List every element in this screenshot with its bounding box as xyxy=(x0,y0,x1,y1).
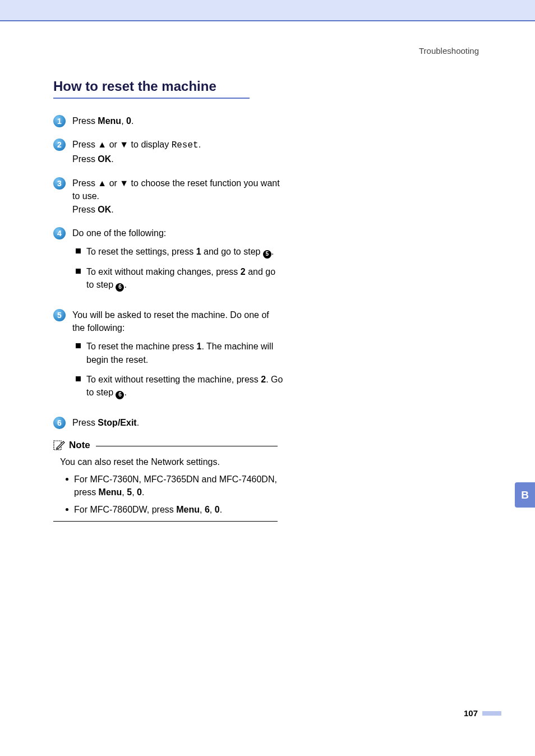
list-item: To reset the machine press 1. The machin… xyxy=(76,340,283,366)
text: , xyxy=(122,487,127,497)
text: . xyxy=(271,247,274,256)
up-arrow-icon: ▲ xyxy=(98,178,107,188)
text: , xyxy=(132,487,137,497)
text: . xyxy=(199,140,201,149)
main-content: How to reset the machine 1 Press Menu, 0… xyxy=(53,79,283,522)
divider xyxy=(53,521,278,522)
text: Press xyxy=(72,154,98,164)
text: . xyxy=(137,418,139,427)
step-ref-icon: 6 xyxy=(116,283,124,292)
text: . xyxy=(111,205,113,214)
key-stop-exit: Stop/Exit xyxy=(98,418,136,427)
text: . xyxy=(124,280,126,289)
key-1: 1 xyxy=(196,247,201,256)
note-label: Note xyxy=(69,440,90,451)
note-block: Note You can also reset the Network sett… xyxy=(53,440,278,522)
step-number-badge: 1 xyxy=(53,115,66,127)
text: To reset the machine press xyxy=(86,342,197,351)
text: Press xyxy=(72,116,98,126)
square-bullet-icon xyxy=(76,269,81,274)
text: , xyxy=(210,505,215,514)
step-4: 4 Do one of the following: To reset the … xyxy=(53,227,283,298)
key-0: 0 xyxy=(215,505,220,514)
page-number: 107 xyxy=(464,708,478,718)
section-header: Troubleshooting xyxy=(419,46,479,56)
down-arrow-icon: ▼ xyxy=(119,178,128,188)
step-ref-icon: 6 xyxy=(116,391,124,399)
text: . xyxy=(131,116,133,126)
text: and go to step xyxy=(201,247,263,256)
list-item: To exit without making changes, press 2 … xyxy=(76,265,283,292)
display-text: Reset xyxy=(172,140,199,150)
top-accent-band xyxy=(0,0,535,21)
key-menu: Menu xyxy=(98,116,121,126)
text: . xyxy=(111,154,113,164)
key-5: 5 xyxy=(127,487,132,497)
text: Press xyxy=(72,178,98,188)
text: Press xyxy=(72,205,98,214)
down-arrow-icon: ▼ xyxy=(119,140,128,149)
list-item: To reset the settings, press 1 and go to… xyxy=(76,245,283,259)
step-number-badge: 4 xyxy=(53,227,66,239)
page-title: How to reset the machine xyxy=(53,79,250,99)
page-number-block: 107 xyxy=(464,708,501,718)
page-accent-bar xyxy=(482,711,501,716)
step-number-badge: 3 xyxy=(53,177,66,190)
step-2: 2 Press ▲ or ▼ to display Reset. Press O… xyxy=(53,138,283,166)
key-ok: OK xyxy=(98,205,111,214)
note-pencil-icon xyxy=(53,440,66,451)
up-arrow-icon: ▲ xyxy=(98,140,107,149)
step-number-badge: 2 xyxy=(53,139,66,151)
step-ref-icon: 5 xyxy=(263,250,271,259)
key-ok: OK xyxy=(98,154,111,164)
square-bullet-icon xyxy=(76,376,81,381)
text: , xyxy=(121,116,126,126)
text: To exit without making changes, press xyxy=(86,267,241,276)
step-6: 6 Press Stop/Exit. xyxy=(53,416,283,430)
step-number-badge: 5 xyxy=(53,309,66,321)
key-0: 0 xyxy=(137,487,142,497)
text: . xyxy=(124,388,126,397)
text: or xyxy=(107,178,119,188)
square-bullet-icon xyxy=(76,248,81,253)
list-item: To exit without resetting the machine, p… xyxy=(76,373,283,399)
text: To reset the settings, press xyxy=(86,247,196,256)
key-2: 2 xyxy=(261,375,266,384)
step-5: 5 You will be asked to reset the machine… xyxy=(53,308,283,406)
text: or xyxy=(107,140,119,149)
bullet-icon xyxy=(66,478,68,481)
note-text: You can also reset the Network settings. xyxy=(60,455,278,468)
text: , xyxy=(200,505,205,514)
text: . xyxy=(142,487,144,497)
text: To exit without resetting the machine, p… xyxy=(86,375,261,384)
text: Do one of the following: xyxy=(72,227,283,239)
step-number-badge: 6 xyxy=(53,417,66,429)
text: to display xyxy=(128,140,171,149)
list-item: For MFC-7360N, MFC-7365DN and MFC-7460DN… xyxy=(66,473,278,499)
step-3: 3 Press ▲ or ▼ to choose the reset funct… xyxy=(53,177,283,217)
key-menu: Menu xyxy=(176,505,200,514)
section-tab: B xyxy=(515,482,535,508)
divider xyxy=(96,446,278,447)
text: You will be asked to reset the machine. … xyxy=(72,308,283,334)
bullet-icon xyxy=(66,508,68,511)
key-menu: Menu xyxy=(99,487,122,497)
text: . xyxy=(220,505,222,514)
text: Press xyxy=(72,418,98,427)
step-1: 1 Press Menu, 0. xyxy=(53,114,283,128)
text: For MFC-7860DW, press xyxy=(74,505,176,514)
square-bullet-icon xyxy=(76,343,81,348)
key-2: 2 xyxy=(241,267,246,276)
key-6: 6 xyxy=(205,505,210,514)
key-0: 0 xyxy=(126,116,131,126)
text: Press xyxy=(72,140,98,149)
list-item: For MFC-7860DW, press Menu, 6, 0. xyxy=(66,503,278,516)
